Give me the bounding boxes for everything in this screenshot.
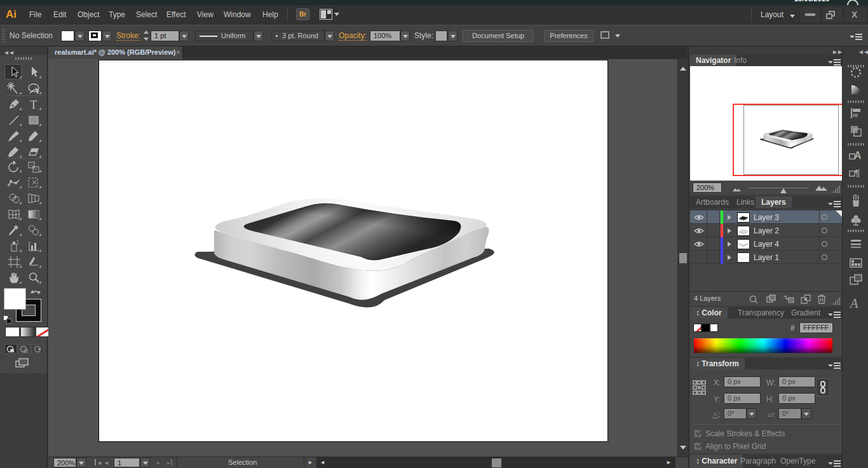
svg-text:¶: ¶ <box>855 167 860 178</box>
svg-text:A: A <box>854 150 862 161</box>
svg-text:T: T <box>30 98 37 111</box>
svg-text:A: A <box>849 297 858 310</box>
